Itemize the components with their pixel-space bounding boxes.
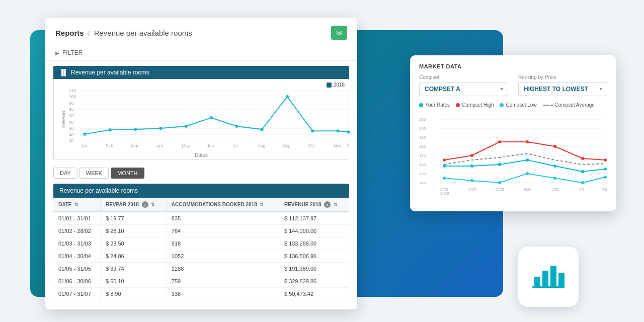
- bar-chart-icon-panel: [518, 247, 579, 307]
- svg-text:170: 170: [419, 153, 426, 158]
- col-date[interactable]: DATE ⇅: [53, 198, 100, 212]
- table-row: 01/02 - 28/02 $ 28.10 764 $ 144,000.00: [53, 225, 349, 237]
- breadcrumb-sep: /: [88, 30, 90, 37]
- compset-filter-label: Compset: [419, 74, 508, 80]
- svg-point-59: [470, 165, 473, 168]
- svg-rect-89: [550, 266, 556, 286]
- cell-accommodations: 759: [166, 275, 279, 288]
- svg-text:180: 180: [419, 144, 426, 149]
- svg-text:50: 50: [69, 126, 74, 131]
- table-row: 01/03 - 31/03 $ 23.50 918 $ 133,288.00: [53, 237, 349, 250]
- compset-avg-icon: [543, 105, 553, 106]
- chart-section: ▐▌ Revenue per available rooms 2018 RevP…: [45, 61, 357, 163]
- svg-text:7/2: 7/2: [602, 187, 607, 192]
- svg-text:30: 30: [69, 138, 74, 143]
- svg-text:160: 160: [419, 163, 426, 167]
- cell-date: 01/03 - 31/03: [53, 237, 100, 250]
- svg-text:D: D: [346, 143, 349, 148]
- table-section: Revenue per available rooms DATE ⇅ REVPA…: [45, 184, 357, 300]
- svg-text:40: 40: [69, 132, 74, 137]
- week-button[interactable]: WEEK: [79, 168, 109, 179]
- ranking-filter-label: Ranking by Price: [518, 74, 607, 80]
- cell-accommodations: 338: [166, 288, 279, 300]
- svg-point-20: [134, 128, 137, 131]
- svg-point-76: [553, 177, 556, 180]
- sort-acc-icon[interactable]: ⇅: [260, 202, 264, 207]
- ranking-select-wrapper[interactable]: HIGHEST TO LOWEST LOWEST TO HIGHEST: [518, 82, 607, 96]
- ranking-filter-group: Ranking by Price HIGHEST TO LOWEST LOWES…: [518, 74, 607, 96]
- svg-text:190: 190: [419, 135, 426, 140]
- svg-text:150: 150: [419, 172, 426, 176]
- svg-text:100: 100: [69, 94, 76, 99]
- month-button[interactable]: MONTH: [111, 168, 144, 179]
- cell-accommodations: 918: [166, 237, 279, 250]
- svg-point-67: [498, 140, 501, 143]
- cell-revpar: $ 28.10: [100, 225, 166, 237]
- your-rates-label: Your Rates: [425, 102, 450, 108]
- email-button[interactable]: ✉: [331, 26, 347, 40]
- filter-bar[interactable]: ▶ FILTER: [45, 45, 357, 61]
- svg-text:Jun: Jun: [207, 143, 214, 148]
- svg-text:6/29: 6/29: [524, 187, 532, 192]
- filter-label: FILTER: [62, 49, 83, 56]
- svg-point-77: [581, 181, 584, 184]
- col-revpar[interactable]: REVPAR 2018 i ⇅: [100, 198, 166, 212]
- svg-text:Sep: Sep: [283, 143, 291, 148]
- sort-date-icon[interactable]: ⇅: [74, 202, 78, 207]
- svg-text:6/27: 6/27: [468, 187, 476, 192]
- compset-select[interactable]: COMPSET A COMPSET B COMPSET C: [419, 82, 508, 96]
- market-panel: MARKET DATA Compset COMPSET A COMPSET B …: [410, 55, 616, 211]
- svg-point-78: [604, 176, 607, 179]
- svg-rect-87: [534, 277, 540, 286]
- legend-compset-high: Compset High: [456, 102, 494, 108]
- market-filters: Compset COMPSET A COMPSET B COMPSET C Ra…: [419, 74, 607, 96]
- cell-revenue: $ 144,000.00: [279, 225, 349, 237]
- chart-container: 2018 RevPAR 110 100 90 80 70 60: [53, 79, 349, 159]
- cell-revpar: $ 24.86: [100, 250, 166, 263]
- chart-legend-dot: [327, 83, 332, 88]
- cell-revpar: $ 8.90: [100, 288, 166, 300]
- svg-text:110: 110: [69, 88, 76, 93]
- cell-revenue: $ 191,389.00: [279, 263, 349, 275]
- revenue-info-icon[interactable]: i: [324, 201, 331, 208]
- reports-title: Reports / Revenue per available rooms: [55, 29, 192, 37]
- svg-point-25: [260, 128, 263, 131]
- cell-revpar: $ 60.10: [100, 275, 166, 288]
- svg-point-66: [470, 154, 473, 157]
- sort-rev-icon[interactable]: ⇅: [334, 202, 338, 207]
- compset-select-wrapper[interactable]: COMPSET A COMPSET B COMPSET C: [419, 82, 508, 96]
- svg-point-69: [553, 145, 556, 148]
- compset-low-label: Compset Low: [506, 102, 536, 108]
- svg-point-28: [336, 129, 339, 132]
- cell-revpar: $ 19.77: [100, 212, 166, 225]
- cell-revpar: $ 33.74: [100, 263, 166, 275]
- table-row: 01/05 - 31/05 $ 33.74 1288 $ 191,389.00: [53, 263, 349, 275]
- svg-point-70: [581, 157, 584, 160]
- svg-text:140: 140: [419, 181, 426, 185]
- table-row: 01/07 - 31/07 $ 8.90 338 $ 50,473.42: [53, 288, 349, 300]
- cell-date: 01/06 - 30/06: [53, 275, 100, 288]
- cell-accommodations: 1288: [166, 263, 279, 275]
- svg-point-61: [526, 158, 529, 162]
- market-chart-svg: 210 200 190 180 170 160 150 140: [419, 112, 607, 197]
- ranking-select[interactable]: HIGHEST TO LOWEST LOWEST TO HIGHEST: [518, 82, 607, 96]
- svg-point-58: [443, 165, 446, 168]
- sort-revpar-icon[interactable]: ⇅: [151, 202, 155, 207]
- col-accommodations[interactable]: ACCOMMODATIONS BOOKED 2018 ⇅: [166, 198, 279, 212]
- legend-compset-average: Compset Average: [543, 102, 595, 108]
- svg-point-19: [109, 128, 112, 131]
- table-row: 01/01 - 31/01 $ 19.77 835 $ 112,137.97: [53, 212, 349, 225]
- svg-point-23: [210, 116, 213, 119]
- cell-date: 01/01 - 31/01: [53, 212, 100, 225]
- svg-text:210: 210: [419, 117, 426, 122]
- day-button[interactable]: DAY: [53, 168, 77, 179]
- reports-subtitle: Revenue per available rooms: [94, 29, 192, 37]
- col-revenue[interactable]: REVENUE 2018 i ⇅: [279, 198, 349, 212]
- market-title: MARKET DATA: [419, 63, 607, 69]
- revpar-info-icon[interactable]: i: [142, 201, 148, 208]
- table-row: 01/04 - 30/04 $ 24.86 1052 $ 136,506.96: [53, 250, 349, 263]
- svg-point-21: [159, 127, 162, 130]
- cell-revenue: $ 112,137.97: [279, 212, 349, 225]
- legend-compset-low: Compset Low: [500, 102, 536, 108]
- cell-accommodations: 1052: [166, 250, 279, 263]
